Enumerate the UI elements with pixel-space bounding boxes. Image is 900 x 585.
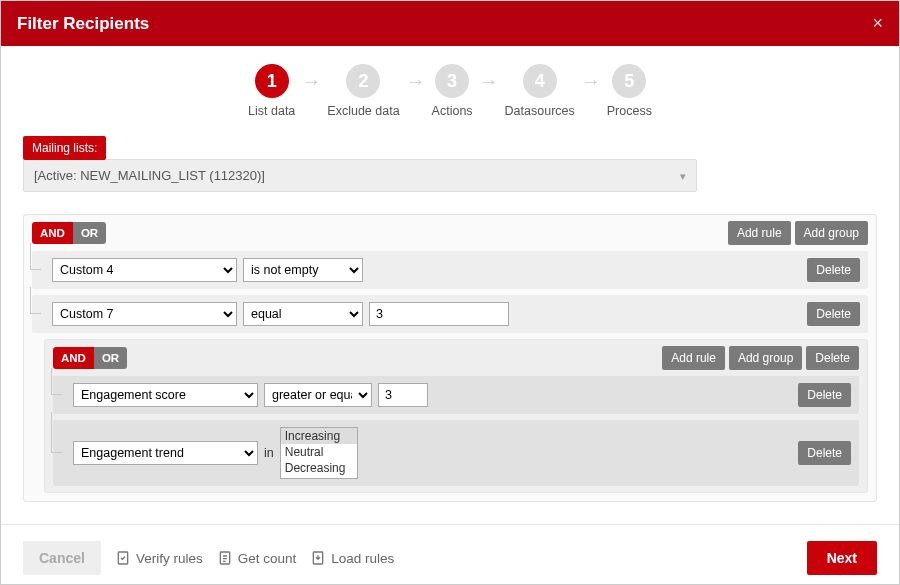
clipboard-download-icon xyxy=(310,550,326,566)
chevron-right-icon: → xyxy=(581,70,601,93)
filter-recipients-modal: Filter Recipients × 1 List data → 2 Excl… xyxy=(0,0,900,585)
step-datasources[interactable]: 4 Datasources xyxy=(505,64,575,118)
chevron-right-icon: → xyxy=(479,70,499,93)
add-rule-button[interactable]: Add rule xyxy=(728,221,791,245)
delete-group-button[interactable]: Delete xyxy=(806,346,859,370)
next-button[interactable]: Next xyxy=(807,541,877,575)
close-icon[interactable]: × xyxy=(872,13,883,34)
step-circle: 5 xyxy=(612,64,646,98)
modal-header: Filter Recipients × xyxy=(1,1,899,46)
get-count-label: Get count xyxy=(238,551,297,566)
stepper: 1 List data → 2 Exclude data → 3 Actions… xyxy=(23,64,877,118)
step-label: Datasources xyxy=(505,104,575,118)
cancel-button[interactable]: Cancel xyxy=(23,541,101,575)
delete-rule-button[interactable]: Delete xyxy=(807,302,860,326)
rule-group-inner: AND OR Add rule Add group Delete Engagem… xyxy=(44,339,868,493)
field-select[interactable]: Custom 7 xyxy=(52,302,237,326)
field-select[interactable]: Engagement score xyxy=(73,383,258,407)
step-circle: 4 xyxy=(523,64,557,98)
step-label: Actions xyxy=(432,104,473,118)
value-input[interactable] xyxy=(369,302,509,326)
operator-select[interactable]: is not empty xyxy=(243,258,363,282)
clipboard-check-icon xyxy=(115,550,131,566)
step-list-data[interactable]: 1 List data xyxy=(248,64,295,118)
group-header: AND OR Add rule Add group Delete xyxy=(45,340,867,376)
rule-row: Custom 7 equal Delete xyxy=(32,295,868,333)
step-exclude-data[interactable]: 2 Exclude data xyxy=(327,64,399,118)
value-input[interactable] xyxy=(378,383,428,407)
clipboard-list-icon xyxy=(217,550,233,566)
mailing-list-select[interactable]: [Active: NEW_MAILING_LIST (112320)] xyxy=(23,159,697,192)
group-header: AND OR Add rule Add group xyxy=(24,215,876,251)
step-process[interactable]: 5 Process xyxy=(607,64,652,118)
step-circle: 1 xyxy=(255,64,289,98)
mailing-lists-section: Mailing lists: [Active: NEW_MAILING_LIST… xyxy=(23,136,877,192)
option-decreasing[interactable]: Decreasing xyxy=(281,460,357,476)
operator-select[interactable]: greater or equal xyxy=(264,383,372,407)
verify-rules-label: Verify rules xyxy=(136,551,203,566)
delete-rule-button[interactable]: Delete xyxy=(807,258,860,282)
modal-body: 1 List data → 2 Exclude data → 3 Actions… xyxy=(1,46,899,584)
logic-or-button[interactable]: OR xyxy=(73,222,106,244)
load-rules-label: Load rules xyxy=(331,551,394,566)
load-rules-button[interactable]: Load rules xyxy=(310,550,394,566)
modal-footer: Cancel Verify rules Get count Load rules… xyxy=(1,524,899,584)
trend-multiselect[interactable]: Increasing Neutral Decreasing xyxy=(280,427,358,479)
step-label: Process xyxy=(607,104,652,118)
chevron-right-icon: → xyxy=(406,70,426,93)
rule-row: Engagement trend in Increasing Neutral D… xyxy=(53,420,859,486)
add-rule-button[interactable]: Add rule xyxy=(662,346,725,370)
verify-rules-button[interactable]: Verify rules xyxy=(115,550,203,566)
option-neutral[interactable]: Neutral xyxy=(281,444,357,460)
logic-or-button[interactable]: OR xyxy=(94,347,127,369)
delete-rule-button[interactable]: Delete xyxy=(798,441,851,465)
logic-and-button[interactable]: AND xyxy=(32,222,73,244)
step-circle: 3 xyxy=(435,64,469,98)
modal-title: Filter Recipients xyxy=(17,14,149,34)
rule-row: Engagement score greater or equal Delete xyxy=(53,376,859,414)
add-group-button[interactable]: Add group xyxy=(795,221,868,245)
step-circle: 2 xyxy=(346,64,380,98)
step-label: Exclude data xyxy=(327,104,399,118)
rule-group-outer: AND OR Add rule Add group Custom 4 is no… xyxy=(23,214,877,502)
mailing-lists-label: Mailing lists: xyxy=(23,136,106,160)
field-select[interactable]: Engagement trend xyxy=(73,441,258,465)
logic-and-button[interactable]: AND xyxy=(53,347,94,369)
delete-rule-button[interactable]: Delete xyxy=(798,383,851,407)
field-select[interactable]: Custom 4 xyxy=(52,258,237,282)
operator-select[interactable]: equal xyxy=(243,302,363,326)
rule-row: Custom 4 is not empty Delete xyxy=(32,251,868,289)
chevron-right-icon: → xyxy=(301,70,321,93)
step-actions[interactable]: 3 Actions xyxy=(432,64,473,118)
add-group-button[interactable]: Add group xyxy=(729,346,802,370)
get-count-button[interactable]: Get count xyxy=(217,550,297,566)
option-increasing[interactable]: Increasing xyxy=(281,428,357,444)
step-label: List data xyxy=(248,104,295,118)
in-label: in xyxy=(264,446,274,460)
mailing-list-selected: [Active: NEW_MAILING_LIST (112320)] xyxy=(34,168,265,183)
